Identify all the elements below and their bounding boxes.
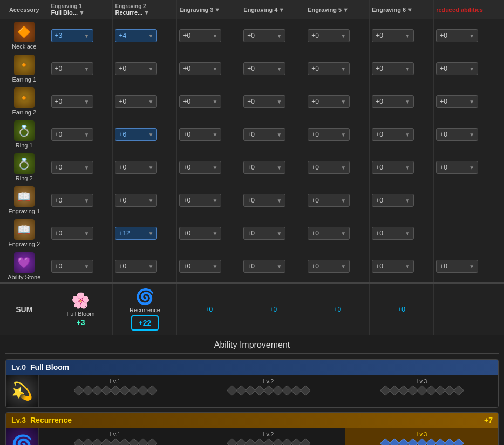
engraving-dropdown[interactable]: +0 ▼: [308, 161, 350, 174]
engraving-dropdown[interactable]: +0 ▼: [308, 128, 350, 141]
gem-icon: [254, 438, 265, 445]
engraving-dropdown[interactable]: +0 ▼: [115, 194, 157, 207]
engraving-dropdown[interactable]: +0 ▼: [243, 227, 285, 240]
engraving3-dropdown-icon[interactable]: ▼: [214, 6, 220, 13]
engraving-dropdown[interactable]: +0 ▼: [372, 194, 414, 207]
engraving-dropdown-cell: +0 ▼: [177, 217, 241, 250]
dropdown-value: +0: [55, 164, 63, 171]
engraving-dropdown[interactable]: +0 ▼: [179, 62, 221, 75]
engraving-dropdown[interactable]: +0 ▼: [436, 29, 478, 42]
engraving-dropdown[interactable]: +0 ▼: [179, 95, 221, 108]
dropdown-value: +0: [376, 197, 383, 204]
engraving-dropdown[interactable]: +0 ▼: [372, 95, 414, 108]
engraving-dropdown[interactable]: +0 ▼: [179, 29, 221, 42]
engraving-dropdown[interactable]: +0 ▼: [179, 128, 221, 141]
engraving-table: Accessory Engraving 1 Full Blo... ▼ Engr…: [0, 0, 504, 335]
engraving5-dropdown-icon[interactable]: ▼: [343, 6, 349, 13]
dropdown-value: +0: [119, 65, 126, 72]
gem-icon: [291, 438, 302, 445]
ability-level: Lv.0: [11, 363, 26, 372]
dropdown-arrow-icon: ▼: [469, 132, 474, 138]
dropdown-arrow-icon: ▼: [148, 99, 154, 105]
engraving-dropdown[interactable]: +0 ▼: [308, 194, 350, 207]
gem-icon: [273, 438, 283, 445]
dropdown-arrow-icon: ▼: [405, 231, 410, 237]
engraving-dropdown[interactable]: +0 ▼: [308, 29, 350, 42]
engraving1-dropdown-icon[interactable]: ▼: [79, 9, 85, 16]
engraving-dropdown[interactable]: +0 ▼: [115, 260, 157, 273]
engraving-dropdown[interactable]: +0 ▼: [372, 62, 414, 75]
engraving-dropdown[interactable]: +0 ▼: [179, 227, 221, 240]
dropdown-arrow-icon: ▼: [340, 66, 346, 72]
engraving-dropdown-cell: +4 ▼: [113, 19, 177, 52]
reduced-abilities-header: reduced abilities: [434, 0, 504, 19]
engraving-dropdown[interactable]: +0 ▼: [436, 62, 478, 75]
engraving-dropdown[interactable]: +0 ▼: [51, 194, 93, 207]
engraving-dropdown[interactable]: +0 ▼: [436, 260, 478, 273]
engraving-dropdown[interactable]: +0 ▼: [51, 128, 93, 141]
engraving-dropdown[interactable]: +0 ▼: [115, 95, 157, 108]
engraving-dropdown-cell: +0 ▼: [305, 250, 370, 284]
engraving-dropdown[interactable]: +0 ▼: [179, 260, 221, 273]
engraving-dropdown[interactable]: +0 ▼: [179, 194, 221, 207]
dropdown-arrow-icon: ▼: [148, 165, 154, 171]
dropdown-arrow-icon: ▼: [84, 99, 90, 105]
engraving-dropdown[interactable]: +0 ▼: [51, 95, 93, 108]
engraving-dropdown[interactable]: +0 ▼: [179, 161, 221, 174]
engraving-dropdown[interactable]: +0 ▼: [51, 260, 93, 273]
gem-icon: [236, 385, 247, 396]
engraving-dropdown[interactable]: +0 ▼: [243, 95, 285, 108]
engraving-dropdown-cell: +0 ▼: [305, 217, 370, 250]
gem-icon: [389, 438, 400, 445]
engraving-dropdown[interactable]: +0 ▼: [243, 161, 285, 174]
engraving-dropdown[interactable]: +0 ▼: [308, 227, 350, 240]
engraving-dropdown[interactable]: +0 ▼: [51, 227, 93, 240]
engraving-dropdown[interactable]: +0 ▼: [372, 161, 414, 174]
engraving-dropdown[interactable]: +0 ▼: [436, 95, 478, 108]
dropdown-arrow-icon: ▼: [84, 198, 90, 204]
engraving-dropdown[interactable]: +0 ▼: [308, 62, 350, 75]
engraving-dropdown[interactable]: +0 ▼: [115, 62, 157, 75]
engraving-dropdown[interactable]: +0 ▼: [436, 161, 478, 174]
engraving-dropdown-cell: +0 ▼: [370, 19, 434, 52]
engraving-dropdown[interactable]: +0 ▼: [243, 128, 285, 141]
dropdown-arrow-icon: ▼: [148, 231, 154, 237]
dropdown-value: +0: [440, 164, 447, 171]
accessory-name: Ability Stone: [2, 274, 46, 280]
engraving6-dropdown-icon[interactable]: ▼: [407, 6, 413, 13]
engraving-dropdown[interactable]: +0 ▼: [51, 62, 93, 75]
engraving-dropdown[interactable]: +0 ▼: [243, 260, 285, 273]
engraving-dropdown[interactable]: +0 ▼: [308, 260, 350, 273]
dropdown-value: +0: [247, 98, 255, 105]
engraving-dropdown[interactable]: +0 ▼: [243, 29, 285, 42]
engraving-dropdown[interactable]: +0 ▼: [436, 128, 478, 141]
engraving-dropdown[interactable]: +0 ▼: [243, 62, 285, 75]
engraving-dropdown-cell: +0 ▼: [241, 85, 305, 118]
gem-icon: [73, 438, 84, 445]
engraving2-dropdown-icon[interactable]: ▼: [144, 9, 149, 16]
engraving-dropdown[interactable]: +0 ▼: [372, 128, 414, 141]
engraving-dropdown[interactable]: +0 ▼: [115, 161, 157, 174]
accessory-name: Earring 1: [2, 76, 46, 83]
engraving-dropdown[interactable]: +6 ▼: [115, 128, 157, 141]
engraving-dropdown[interactable]: +3 ▼: [51, 29, 93, 42]
level-label: Lv.2: [196, 431, 340, 437]
sum-val4: +0: [241, 283, 305, 335]
gem-icon: [73, 385, 84, 396]
engraving-dropdown[interactable]: +0 ▼: [51, 161, 93, 174]
dropdown-value: +0: [247, 65, 255, 72]
engraving-dropdown-cell: +0 ▼: [434, 250, 504, 284]
engraving4-dropdown-icon[interactable]: ▼: [278, 6, 284, 13]
engraving-dropdown-cell: +0 ▼: [49, 250, 113, 284]
gem-icon: [101, 438, 112, 445]
engraving-dropdown[interactable]: +4 ▼: [115, 29, 157, 42]
dropdown-value: +0: [440, 65, 447, 72]
sum-engraving1-icon: 🌸: [51, 292, 111, 309]
engraving-dropdown[interactable]: +0 ▼: [372, 227, 414, 240]
engraving-dropdown[interactable]: +0 ▼: [308, 95, 350, 108]
engraving-dropdown[interactable]: +12 ▼: [115, 227, 157, 240]
engraving-dropdown[interactable]: +0 ▼: [243, 194, 285, 207]
engraving-dropdown[interactable]: +0 ▼: [372, 260, 414, 273]
gem-icon: [119, 438, 130, 445]
engraving-dropdown[interactable]: +0 ▼: [372, 29, 414, 42]
